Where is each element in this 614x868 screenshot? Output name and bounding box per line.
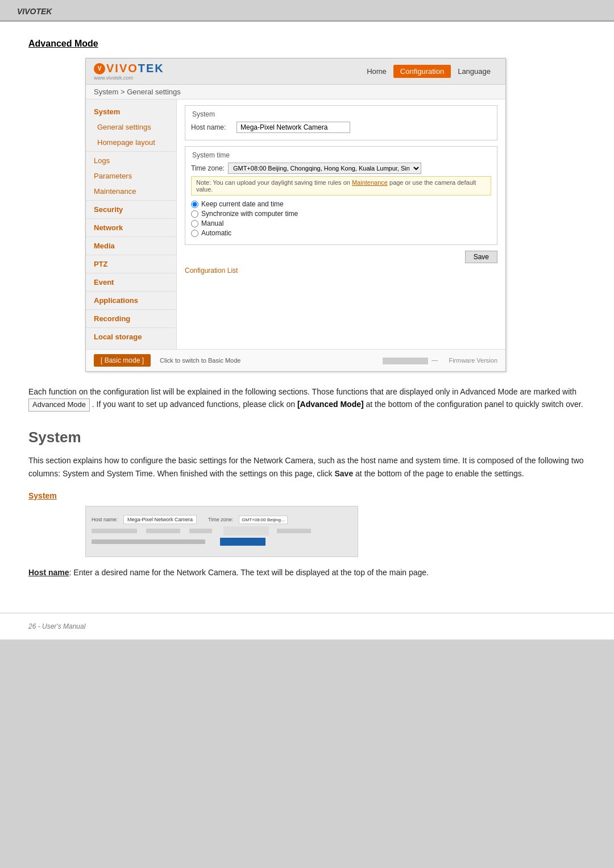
header-bar: VIVOTEK [0, 0, 614, 22]
sidebar-item-general-settings[interactable]: General settings [86, 119, 176, 135]
sidebar-divider-6 [86, 273, 176, 273]
logo-icon: V [94, 63, 105, 74]
cam-system-time-title: System time [191, 151, 491, 159]
cam-radio-group: Keep current date and time Synchronize w… [191, 199, 491, 240]
cam-nav-language[interactable]: Language [451, 65, 497, 78]
system-main-heading: System [28, 429, 586, 446]
sidebar-item-homepage-layout[interactable]: Homepage layout [86, 135, 176, 150]
sidebar-item-parameters[interactable]: Parameters [86, 168, 176, 184]
sidebar-divider-2 [86, 200, 176, 201]
sidebar-divider-7 [86, 291, 176, 292]
sidebar-item-maintenance[interactable]: Maintenance [86, 184, 176, 199]
sidebar-divider-1 [86, 151, 176, 152]
sys-screenshot-row1: Host name: Mega-Pixel Network Camera Tim… [92, 515, 352, 524]
hostname-label: Host name [28, 568, 69, 577]
sys-screenshot-row2 [92, 526, 352, 535]
cam-system-section-title: System [191, 110, 491, 118]
system-desc-save: Save [334, 469, 353, 478]
page-footer: 26 - User's Manual [0, 613, 614, 639]
sidebar-item-event[interactable]: Event [86, 275, 176, 290]
cam-radio-manual: Manual [191, 219, 491, 227]
page-info: 26 - User's Manual [28, 622, 85, 630]
cam-timezone-select[interactable]: GMT+08:00 Beijing, Chongqing, Hong Kong,… [228, 163, 421, 174]
cam-note: Note: You can upload your daylight savin… [191, 176, 491, 196]
system-subheading: System [28, 491, 586, 500]
sidebar-divider-9 [86, 327, 176, 328]
cam-radio-manual-label: Manual [201, 219, 223, 227]
camera-ui-screenshot: V VIVOTEK www.vivotek.com Home Configura… [85, 58, 506, 372]
cam-logo-block: V VIVOTEK www.vivotek.com [94, 62, 164, 81]
system-screenshot-placeholder: Host name: Mega-Pixel Network Camera Tim… [85, 506, 358, 557]
cam-system-section: System Host name: [185, 105, 497, 140]
sidebar-divider-8 [86, 309, 176, 310]
logo-text: VIVOTEK [106, 62, 164, 75]
sidebar-item-recording[interactable]: Recording [86, 311, 176, 326]
logo-url: www.vivotek.com [94, 75, 164, 81]
cam-radio-automatic: Automatic [191, 229, 491, 237]
cam-radio-keep-current-label: Keep current date and time [201, 200, 284, 208]
body-text-paragraph1: Each function on the configuration list … [28, 385, 586, 412]
cam-body: System General settings Homepage layout … [86, 99, 505, 349]
sidebar-item-system[interactable]: System [86, 104, 176, 119]
cam-maintenance-link[interactable]: Maintenance [352, 179, 388, 186]
cam-radio-automatic-input[interactable] [191, 230, 198, 237]
cam-save-row: Save [185, 251, 497, 263]
cam-radio-sync-computer-label: Synchronize with computer time [201, 210, 298, 218]
sidebar-divider-5 [86, 255, 176, 255]
cam-timezone-label: Time zone: [191, 164, 225, 172]
cam-basic-mode-annotation: Click to switch to Basic Mode [160, 357, 240, 364]
cam-basic-mode-button[interactable]: [ Basic mode ] [94, 354, 151, 367]
sidebar-item-logs[interactable]: Logs [86, 153, 176, 168]
section-heading: Advanced Mode [28, 39, 586, 49]
hostname-desc: Enter a desired name for the Network Cam… [73, 568, 429, 577]
cam-topbar: V VIVOTEK www.vivotek.com Home Configura… [86, 59, 505, 85]
cam-radio-sync-computer-input[interactable] [191, 210, 198, 218]
cam-firmware-label: — [383, 356, 439, 364]
cam-nav-configuration[interactable]: Configuration [393, 65, 451, 78]
cam-radio-automatic-label: Automatic [201, 229, 231, 237]
vivotek-logo: V VIVOTEK [94, 62, 164, 75]
sidebar-item-network[interactable]: Network [86, 220, 176, 235]
cam-nav: Home Configuration Language [360, 65, 497, 78]
cam-radio-keep-current-input[interactable] [191, 201, 198, 208]
cam-firmware-version: Firmware Version [449, 357, 497, 364]
cam-footer: [ Basic mode ] Click to switch to Basic … [86, 349, 505, 371]
cam-radio-keep-current: Keep current date and time [191, 200, 491, 208]
sidebar-item-ptz[interactable]: PTZ [86, 256, 176, 272]
cam-sidebar: System General settings Homepage layout … [86, 99, 177, 349]
cam-radio-manual-input[interactable] [191, 220, 198, 227]
sidebar-item-security[interactable]: Security [86, 202, 176, 217]
sidebar-item-media[interactable]: Media [86, 238, 176, 254]
sidebar-item-applications[interactable]: Applications [86, 293, 176, 308]
body-text-part3: at the bottom of the configuration panel… [366, 400, 583, 409]
sys-screenshot-inner: Host name: Mega-Pixel Network Camera Tim… [86, 512, 358, 551]
cam-timezone-row: Time zone: GMT+08:00 Beijing, Chongqing,… [191, 163, 491, 174]
sys-screenshot-row3 [92, 538, 352, 546]
hostname-paragraph: Host name: Enter a desired name for the … [28, 566, 586, 579]
cam-host-input[interactable] [237, 122, 350, 133]
sidebar-item-local-storage[interactable]: Local storage [86, 329, 176, 344]
cam-main-content: System Host name: System time Time zone:… [177, 99, 505, 349]
body-text-part2: . If you want to set up advanced functio… [92, 400, 295, 409]
page-content: Advanced Mode V VIVOTEK www.vivotek.com … [0, 22, 614, 613]
cam-save-button[interactable]: Save [465, 251, 497, 263]
brand-title: VIVOTEK [17, 7, 52, 16]
cam-nav-home[interactable]: Home [360, 65, 393, 78]
sidebar-divider-3 [86, 218, 176, 219]
advanced-mode-link[interactable]: [Advanced Mode] [297, 400, 364, 409]
cam-config-list-link[interactable]: Configuration List [185, 267, 497, 275]
sidebar-divider-4 [86, 236, 176, 237]
system-description: This section explains how to configure t… [28, 454, 586, 480]
cam-system-time-section: System time Time zone: GMT+08:00 Beijing… [185, 146, 497, 245]
cam-host-form-row: Host name: [191, 122, 491, 133]
cam-breadcrumb: System > General settings [86, 85, 505, 99]
cam-host-label: Host name: [191, 123, 237, 131]
system-desc-part2: at the bottom of the page to enable the … [355, 469, 524, 478]
advanced-mode-badge: Advanced Mode [28, 398, 90, 412]
body-text-part1: Each function on the configuration list … [28, 387, 576, 396]
cam-radio-sync-computer: Synchronize with computer time [191, 210, 491, 218]
